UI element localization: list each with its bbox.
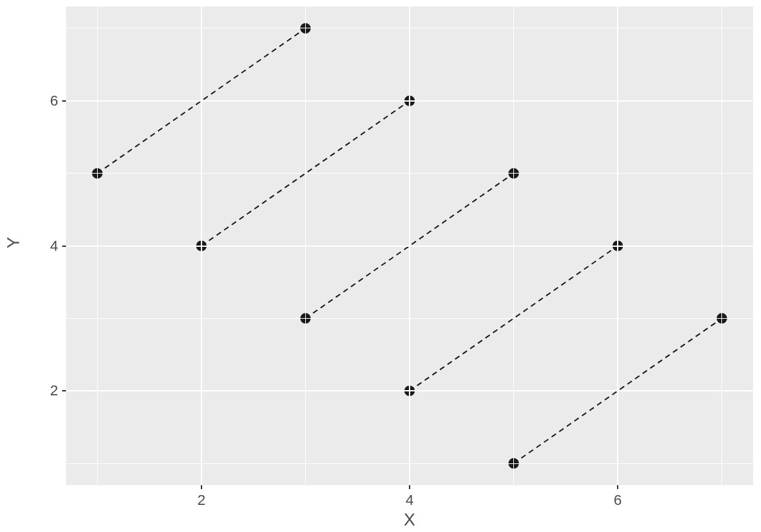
y-tick-label: 6 — [18, 92, 58, 110]
x-tick-mark — [201, 485, 202, 489]
y-tick-mark — [62, 390, 66, 391]
x-tick-label: 6 — [614, 492, 622, 509]
y-tick-label: 4 — [18, 238, 58, 255]
x-tick-mark — [409, 485, 410, 489]
gridline-horizontal — [66, 100, 753, 102]
x-tick-mark — [617, 485, 618, 489]
gridline-horizontal — [66, 246, 753, 247]
y-tick-label: 2 — [18, 382, 58, 399]
x-axis-title-text: X — [404, 510, 415, 529]
x-tick-label: 2 — [198, 492, 205, 509]
x-tick-label: 4 — [406, 492, 414, 509]
plot-panel — [66, 7, 753, 485]
y-tick-mark — [62, 100, 66, 102]
x-axis-title: X — [66, 510, 753, 530]
y-tick-mark — [62, 246, 66, 247]
chart-container: Y X 246 246 — [0, 0, 761, 532]
gridline-horizontal — [66, 390, 753, 391]
